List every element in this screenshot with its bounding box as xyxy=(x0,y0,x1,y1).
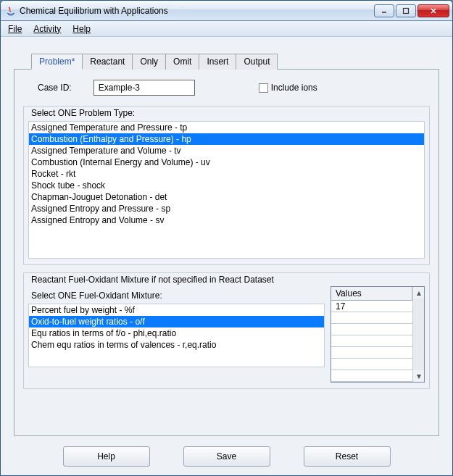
mixture-group: Reactant Fuel-Oxidant Mixture if not spe… xyxy=(23,272,430,389)
tabstrip: Problem* Reactant Only Omit Insert Outpu… xyxy=(31,53,439,69)
save-button[interactable]: Save xyxy=(183,446,270,467)
titlebar: Chemical Equilibrium with Applications xyxy=(1,1,452,21)
include-ions-wrap[interactable]: Include ions xyxy=(259,83,317,93)
menubar: File Activity Help xyxy=(1,21,452,37)
case-id-input[interactable] xyxy=(93,80,195,96)
problem-type-list[interactable]: Assigned Temperature and Pressure - tpCo… xyxy=(28,121,425,259)
values-header: Values xyxy=(331,287,412,301)
problem-type-item[interactable]: Shock tube - shock xyxy=(29,180,424,191)
help-button[interactable]: Help xyxy=(63,446,150,467)
values-cell[interactable] xyxy=(331,359,412,370)
svg-rect-1 xyxy=(404,8,409,13)
tab-panel-problem: Case ID: Include ions Select ONE Problem… xyxy=(14,69,439,436)
client-area: Problem* Reactant Only Omit Insert Outpu… xyxy=(1,37,452,475)
app-window: Chemical Equilibrium with Applications F… xyxy=(0,0,453,476)
mixture-inner-legend: Select ONE Fuel-Oxidant Mixture: xyxy=(28,286,325,302)
problem-type-legend: Select ONE Problem Type: xyxy=(28,108,138,118)
window-title: Chemical Equilibrium with Applications xyxy=(20,6,374,16)
values-cell[interactable] xyxy=(331,312,412,324)
button-bar: Help Save Reset xyxy=(14,446,439,467)
mixture-item[interactable]: Equ ratios in terms of f/o - phi,eq.rati… xyxy=(29,327,324,339)
java-icon xyxy=(5,5,17,17)
mixture-outer-legend: Reactant Fuel-Oxidant Mixture if not spe… xyxy=(28,275,277,285)
tab-output[interactable]: Output xyxy=(236,54,278,70)
values-cell[interactable] xyxy=(331,370,412,382)
mixture-item[interactable]: Chem equ ratios in terms of valences - r… xyxy=(29,339,324,351)
scroll-down-icon[interactable]: ▾ xyxy=(413,370,424,382)
tab-reactant[interactable]: Reactant xyxy=(82,54,133,70)
problem-type-item[interactable]: Assigned Temperature and Pressure - tp xyxy=(29,122,424,133)
include-ions-checkbox[interactable] xyxy=(259,83,268,93)
tab-problem[interactable]: Problem* xyxy=(31,54,83,70)
window-buttons xyxy=(374,4,449,17)
reset-button[interactable]: Reset xyxy=(304,446,391,467)
menu-activity[interactable]: Activity xyxy=(30,22,64,36)
problem-type-item[interactable]: Assigned Entropy and Pressure - sp xyxy=(29,203,424,214)
tab-insert[interactable]: Insert xyxy=(199,54,236,70)
values-scrollbar[interactable]: ▴ ▾ xyxy=(412,287,424,382)
values-cell[interactable]: 17 xyxy=(331,301,412,312)
menu-help[interactable]: Help xyxy=(70,22,93,36)
menu-file[interactable]: File xyxy=(5,22,25,36)
problem-type-item[interactable]: Combustion (Internal Energy and Volume) … xyxy=(29,156,424,168)
values-cell[interactable] xyxy=(331,335,412,347)
mixture-item[interactable]: Oxid-to-fuel weight ratios - o/f xyxy=(29,316,324,327)
values-table[interactable]: Values 17 ▴ ▾ xyxy=(331,286,425,383)
problem-type-item[interactable]: Combustion (Enthalpy and Pressure) - hp xyxy=(29,133,424,145)
mixture-list[interactable]: Percent fuel by weight - %fOxid-to-fuel … xyxy=(28,304,325,367)
close-button[interactable] xyxy=(417,4,449,17)
tab-omit[interactable]: Omit xyxy=(165,54,199,70)
case-id-row: Case ID: Include ions xyxy=(23,77,430,99)
values-cell[interactable] xyxy=(331,324,412,335)
problem-type-item[interactable]: Assigned Entropy and Volume - sv xyxy=(29,214,424,226)
maximize-button[interactable] xyxy=(396,4,416,17)
case-id-label: Case ID: xyxy=(38,83,72,93)
include-ions-label: Include ions xyxy=(271,83,317,93)
problem-type-item[interactable]: Chapman-Jouguet Detonation - det xyxy=(29,191,424,203)
problem-type-item[interactable]: Assigned Temperature and Volume - tv xyxy=(29,145,424,156)
scroll-up-icon[interactable]: ▴ xyxy=(413,287,424,298)
problem-type-group: Select ONE Problem Type: Assigned Temper… xyxy=(23,106,430,265)
values-cell[interactable] xyxy=(331,347,412,359)
tab-only[interactable]: Only xyxy=(132,54,166,70)
mixture-item[interactable]: Percent fuel by weight - %f xyxy=(29,304,324,316)
problem-type-item[interactable]: Rocket - rkt xyxy=(29,168,424,180)
minimize-button[interactable] xyxy=(374,4,394,17)
